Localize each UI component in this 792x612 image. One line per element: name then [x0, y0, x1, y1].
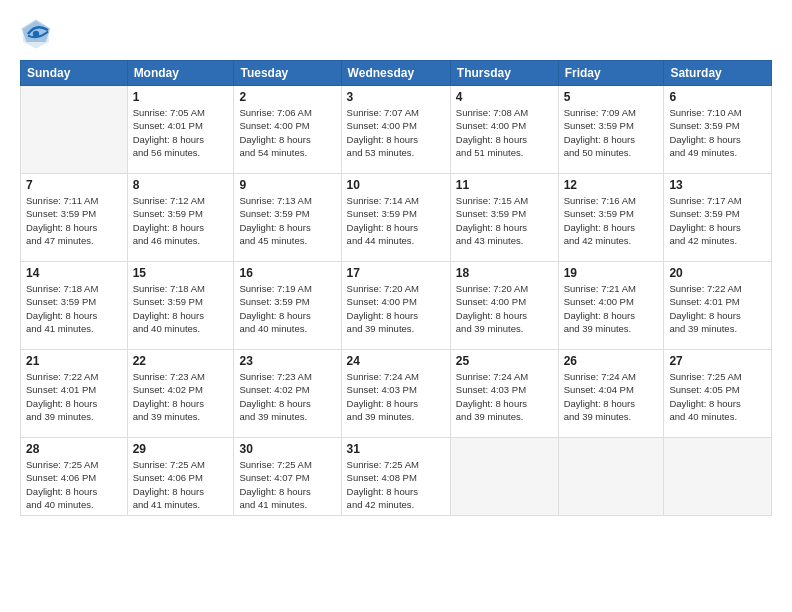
day-cell: 27Sunrise: 7:25 AM Sunset: 4:05 PM Dayli…	[664, 350, 772, 438]
day-info: Sunrise: 7:24 AM Sunset: 4:03 PM Dayligh…	[347, 370, 445, 423]
day-cell: 20Sunrise: 7:22 AM Sunset: 4:01 PM Dayli…	[664, 262, 772, 350]
day-info: Sunrise: 7:15 AM Sunset: 3:59 PM Dayligh…	[456, 194, 553, 247]
week-row-1: 1Sunrise: 7:05 AM Sunset: 4:01 PM Daylig…	[21, 86, 772, 174]
day-cell: 2Sunrise: 7:06 AM Sunset: 4:00 PM Daylig…	[234, 86, 341, 174]
week-row-2: 7Sunrise: 7:11 AM Sunset: 3:59 PM Daylig…	[21, 174, 772, 262]
day-number: 20	[669, 266, 766, 280]
day-number: 3	[347, 90, 445, 104]
day-cell: 3Sunrise: 7:07 AM Sunset: 4:00 PM Daylig…	[341, 86, 450, 174]
svg-marker-1	[22, 20, 51, 42]
day-info: Sunrise: 7:25 AM Sunset: 4:08 PM Dayligh…	[347, 458, 445, 511]
day-info: Sunrise: 7:05 AM Sunset: 4:01 PM Dayligh…	[133, 106, 229, 159]
day-number: 2	[239, 90, 335, 104]
day-cell: 16Sunrise: 7:19 AM Sunset: 3:59 PM Dayli…	[234, 262, 341, 350]
day-number: 26	[564, 354, 659, 368]
day-info: Sunrise: 7:14 AM Sunset: 3:59 PM Dayligh…	[347, 194, 445, 247]
calendar-header: SundayMondayTuesdayWednesdayThursdayFrid…	[21, 61, 772, 86]
day-info: Sunrise: 7:07 AM Sunset: 4:00 PM Dayligh…	[347, 106, 445, 159]
weekday-header-tuesday: Tuesday	[234, 61, 341, 86]
weekday-header-friday: Friday	[558, 61, 664, 86]
day-number: 18	[456, 266, 553, 280]
day-info: Sunrise: 7:06 AM Sunset: 4:00 PM Dayligh…	[239, 106, 335, 159]
weekday-header-monday: Monday	[127, 61, 234, 86]
day-number: 24	[347, 354, 445, 368]
day-cell	[558, 438, 664, 516]
day-info: Sunrise: 7:24 AM Sunset: 4:04 PM Dayligh…	[564, 370, 659, 423]
day-number: 15	[133, 266, 229, 280]
week-row-3: 14Sunrise: 7:18 AM Sunset: 3:59 PM Dayli…	[21, 262, 772, 350]
day-number: 4	[456, 90, 553, 104]
day-number: 30	[239, 442, 335, 456]
day-cell: 8Sunrise: 7:12 AM Sunset: 3:59 PM Daylig…	[127, 174, 234, 262]
weekday-header-sunday: Sunday	[21, 61, 128, 86]
day-cell: 9Sunrise: 7:13 AM Sunset: 3:59 PM Daylig…	[234, 174, 341, 262]
day-info: Sunrise: 7:09 AM Sunset: 3:59 PM Dayligh…	[564, 106, 659, 159]
week-row-5: 28Sunrise: 7:25 AM Sunset: 4:06 PM Dayli…	[21, 438, 772, 516]
day-number: 6	[669, 90, 766, 104]
day-number: 19	[564, 266, 659, 280]
day-cell: 26Sunrise: 7:24 AM Sunset: 4:04 PM Dayli…	[558, 350, 664, 438]
day-cell: 12Sunrise: 7:16 AM Sunset: 3:59 PM Dayli…	[558, 174, 664, 262]
weekday-header-row: SundayMondayTuesdayWednesdayThursdayFrid…	[21, 61, 772, 86]
day-number: 23	[239, 354, 335, 368]
day-cell	[664, 438, 772, 516]
day-cell: 19Sunrise: 7:21 AM Sunset: 4:00 PM Dayli…	[558, 262, 664, 350]
day-number: 28	[26, 442, 122, 456]
day-info: Sunrise: 7:25 AM Sunset: 4:07 PM Dayligh…	[239, 458, 335, 511]
day-cell: 14Sunrise: 7:18 AM Sunset: 3:59 PM Dayli…	[21, 262, 128, 350]
day-cell: 28Sunrise: 7:25 AM Sunset: 4:06 PM Dayli…	[21, 438, 128, 516]
day-cell: 29Sunrise: 7:25 AM Sunset: 4:06 PM Dayli…	[127, 438, 234, 516]
day-cell: 18Sunrise: 7:20 AM Sunset: 4:00 PM Dayli…	[450, 262, 558, 350]
day-info: Sunrise: 7:25 AM Sunset: 4:05 PM Dayligh…	[669, 370, 766, 423]
day-info: Sunrise: 7:16 AM Sunset: 3:59 PM Dayligh…	[564, 194, 659, 247]
logo	[20, 18, 58, 50]
day-info: Sunrise: 7:23 AM Sunset: 4:02 PM Dayligh…	[239, 370, 335, 423]
day-cell: 30Sunrise: 7:25 AM Sunset: 4:07 PM Dayli…	[234, 438, 341, 516]
day-info: Sunrise: 7:13 AM Sunset: 3:59 PM Dayligh…	[239, 194, 335, 247]
day-number: 27	[669, 354, 766, 368]
day-number: 9	[239, 178, 335, 192]
day-info: Sunrise: 7:25 AM Sunset: 4:06 PM Dayligh…	[26, 458, 122, 511]
day-cell	[450, 438, 558, 516]
day-info: Sunrise: 7:20 AM Sunset: 4:00 PM Dayligh…	[347, 282, 445, 335]
day-info: Sunrise: 7:23 AM Sunset: 4:02 PM Dayligh…	[133, 370, 229, 423]
day-number: 8	[133, 178, 229, 192]
day-info: Sunrise: 7:12 AM Sunset: 3:59 PM Dayligh…	[133, 194, 229, 247]
weekday-header-wednesday: Wednesday	[341, 61, 450, 86]
day-info: Sunrise: 7:25 AM Sunset: 4:06 PM Dayligh…	[133, 458, 229, 511]
day-info: Sunrise: 7:22 AM Sunset: 4:01 PM Dayligh…	[669, 282, 766, 335]
day-number: 14	[26, 266, 122, 280]
svg-point-2	[33, 31, 39, 37]
day-number: 17	[347, 266, 445, 280]
day-number: 16	[239, 266, 335, 280]
day-cell: 22Sunrise: 7:23 AM Sunset: 4:02 PM Dayli…	[127, 350, 234, 438]
day-number: 7	[26, 178, 122, 192]
day-cell: 25Sunrise: 7:24 AM Sunset: 4:03 PM Dayli…	[450, 350, 558, 438]
week-row-4: 21Sunrise: 7:22 AM Sunset: 4:01 PM Dayli…	[21, 350, 772, 438]
day-info: Sunrise: 7:21 AM Sunset: 4:00 PM Dayligh…	[564, 282, 659, 335]
day-number: 5	[564, 90, 659, 104]
day-info: Sunrise: 7:24 AM Sunset: 4:03 PM Dayligh…	[456, 370, 553, 423]
day-cell	[21, 86, 128, 174]
day-cell: 15Sunrise: 7:18 AM Sunset: 3:59 PM Dayli…	[127, 262, 234, 350]
day-cell: 6Sunrise: 7:10 AM Sunset: 3:59 PM Daylig…	[664, 86, 772, 174]
day-cell: 24Sunrise: 7:24 AM Sunset: 4:03 PM Dayli…	[341, 350, 450, 438]
day-info: Sunrise: 7:22 AM Sunset: 4:01 PM Dayligh…	[26, 370, 122, 423]
day-number: 25	[456, 354, 553, 368]
day-number: 13	[669, 178, 766, 192]
day-number: 22	[133, 354, 229, 368]
day-cell: 13Sunrise: 7:17 AM Sunset: 3:59 PM Dayli…	[664, 174, 772, 262]
day-info: Sunrise: 7:19 AM Sunset: 3:59 PM Dayligh…	[239, 282, 335, 335]
day-info: Sunrise: 7:08 AM Sunset: 4:00 PM Dayligh…	[456, 106, 553, 159]
day-info: Sunrise: 7:17 AM Sunset: 3:59 PM Dayligh…	[669, 194, 766, 247]
day-number: 10	[347, 178, 445, 192]
day-cell: 5Sunrise: 7:09 AM Sunset: 3:59 PM Daylig…	[558, 86, 664, 174]
day-cell: 7Sunrise: 7:11 AM Sunset: 3:59 PM Daylig…	[21, 174, 128, 262]
header	[20, 18, 772, 50]
day-number: 12	[564, 178, 659, 192]
day-info: Sunrise: 7:20 AM Sunset: 4:00 PM Dayligh…	[456, 282, 553, 335]
day-cell: 23Sunrise: 7:23 AM Sunset: 4:02 PM Dayli…	[234, 350, 341, 438]
day-number: 11	[456, 178, 553, 192]
day-cell: 21Sunrise: 7:22 AM Sunset: 4:01 PM Dayli…	[21, 350, 128, 438]
day-cell: 4Sunrise: 7:08 AM Sunset: 4:00 PM Daylig…	[450, 86, 558, 174]
